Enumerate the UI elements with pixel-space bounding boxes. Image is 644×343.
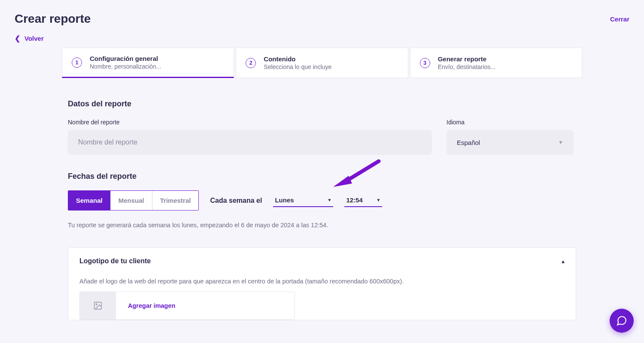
- back-link[interactable]: ❮ Volver: [15, 34, 44, 42]
- step-general[interactable]: 1 Configuración general Nombre, personal…: [62, 48, 234, 78]
- frequency-monthly[interactable]: Mensual: [111, 191, 152, 210]
- step-subtitle: Envío, destinatarios...: [438, 63, 496, 70]
- svg-point-1: [96, 304, 97, 305]
- chat-icon: [616, 315, 627, 326]
- chevron-down-icon: ▼: [376, 198, 380, 202]
- schedule-helper-text: Tu reporte se generará cada semana los l…: [68, 222, 576, 229]
- image-placeholder-icon: [80, 292, 116, 319]
- step-title: Generar reporte: [438, 55, 496, 63]
- chevron-left-icon: ❮: [15, 34, 20, 42]
- chevron-down-icon: ▼: [558, 139, 563, 145]
- time-value: 12:54: [346, 196, 362, 204]
- step-subtitle: Nombre, personalización...: [90, 63, 161, 70]
- back-label: Volver: [24, 35, 44, 42]
- add-image-link[interactable]: Agregar imagen: [128, 302, 175, 309]
- step-subtitle: Selecciona lo que incluye: [264, 63, 331, 70]
- language-value: Español: [457, 139, 480, 146]
- step-title: Contenido: [264, 55, 331, 63]
- client-logo-description: Añade el logo de la web del reporte para…: [79, 278, 565, 285]
- step-content[interactable]: 2 Contenido Selecciona lo que incluye: [236, 48, 408, 78]
- report-name-input[interactable]: [68, 130, 432, 155]
- client-logo-panel: Logotipo de tu cliente ▴ Añade el logo d…: [68, 247, 576, 320]
- step-number: 3: [420, 58, 430, 68]
- language-label: Idioma: [447, 119, 574, 126]
- time-select[interactable]: 12:54 ▼: [344, 194, 382, 207]
- step-number: 1: [72, 57, 82, 68]
- logo-upload-card: Agregar imagen: [79, 292, 295, 320]
- chevron-down-icon: ▼: [327, 198, 331, 202]
- language-select[interactable]: Español ▼: [447, 130, 574, 155]
- step-generate[interactable]: 3 Generar reporte Envío, destinatarios..…: [410, 48, 582, 78]
- frequency-quarterly[interactable]: Trimestral: [152, 191, 199, 210]
- section-title-report-data: Datos del reporte: [68, 99, 576, 108]
- step-title: Configuración general: [90, 55, 161, 62]
- client-logo-title: Logotipo de tu cliente: [79, 257, 151, 265]
- chat-fab[interactable]: [610, 309, 634, 333]
- step-number: 2: [246, 58, 256, 68]
- frequency-toggle: Semanal Mensual Trimestral: [68, 190, 199, 211]
- day-select[interactable]: Lunes ▼: [273, 194, 333, 207]
- close-link[interactable]: Cerrar: [610, 15, 629, 23]
- section-title-dates: Fechas del reporte: [68, 172, 576, 181]
- every-week-label: Cada semana el: [210, 197, 262, 205]
- page-title: Crear reporte: [15, 12, 91, 26]
- client-logo-panel-header[interactable]: Logotipo de tu cliente ▴: [79, 257, 565, 265]
- chevron-up-icon: ▴: [562, 258, 565, 265]
- frequency-weekly[interactable]: Semanal: [68, 191, 111, 210]
- day-value: Lunes: [275, 196, 294, 204]
- report-name-label: Nombre del reporte: [68, 119, 432, 126]
